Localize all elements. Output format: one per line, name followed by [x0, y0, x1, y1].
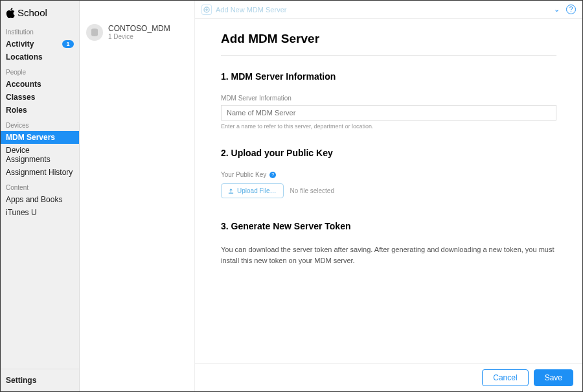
sidebar-spacer: [1, 219, 79, 369]
section-header-content: Content: [1, 179, 79, 193]
server-name-label: MDM Server Information: [221, 95, 556, 102]
sidebar-item-label: Locations: [6, 52, 43, 62]
brand-header: School: [1, 5, 79, 23]
badge-count: 1: [62, 40, 74, 48]
top-bar-left: Add New MDM Server: [201, 5, 286, 15]
sidebar-item-label: Activity: [6, 40, 34, 49]
upload-status: No file selected: [290, 187, 334, 194]
sidebar-item-accounts[interactable]: Accounts: [1, 78, 79, 91]
server-device-count: 1 Device: [108, 33, 170, 40]
brand-name: School: [17, 7, 47, 18]
sidebar-item-label: MDM Servers: [6, 133, 55, 142]
public-key-label: Your Public Key: [221, 171, 266, 178]
footer-bar: Cancel Save: [195, 363, 582, 391]
sidebar-item-activity[interactable]: Activity 1: [1, 38, 79, 51]
save-button[interactable]: Save: [534, 369, 573, 386]
step1-title: 1. MDM Server Information: [221, 71, 556, 82]
sidebar-item-label: iTunes U: [6, 208, 37, 217]
server-name-input[interactable]: [221, 105, 556, 121]
sidebar-item-label: Assignment History: [6, 168, 73, 177]
section-header-devices: Devices: [1, 117, 79, 131]
server-list-panel: CONTOSO_MDM 1 Device: [80, 1, 195, 391]
add-server-label[interactable]: Add New MDM Server: [216, 6, 286, 14]
sidebar-item-assignment-history[interactable]: Assignment History: [1, 166, 79, 179]
server-info: CONTOSO_MDM 1 Device: [108, 24, 170, 41]
server-disk-icon: [86, 24, 103, 41]
chevron-down-icon[interactable]: ⌄: [554, 5, 560, 14]
sidebar-item-classes[interactable]: Classes: [1, 91, 79, 104]
upload-btn-label: Upload File…: [237, 187, 277, 194]
sidebar-item-locations[interactable]: Locations: [1, 51, 79, 63]
server-name: CONTOSO_MDM: [108, 24, 170, 33]
form-content: Add MDM Server 1. MDM Server Information…: [195, 19, 582, 363]
public-key-label-row: Your Public Key ?: [221, 171, 556, 178]
info-icon[interactable]: ?: [269, 172, 276, 178]
section-header-people: People: [1, 63, 79, 78]
server-list-item[interactable]: CONTOSO_MDM 1 Device: [80, 20, 194, 45]
step3-description: You can download the server token after …: [221, 244, 556, 266]
upload-file-button[interactable]: Upload File…: [221, 183, 284, 198]
add-server-icon[interactable]: [201, 5, 212, 15]
sidebar-item-label: Roles: [6, 106, 27, 115]
sidebar-item-label: Device Assignments: [6, 146, 74, 164]
page-title: Add MDM Server: [221, 32, 556, 56]
sidebar-item-mdm-servers[interactable]: MDM Servers: [1, 131, 79, 144]
sidebar-item-roles[interactable]: Roles: [1, 104, 79, 117]
section-header-institution: Institution: [1, 23, 79, 38]
upload-row: Upload File… No file selected: [221, 183, 556, 198]
sidebar-item-settings[interactable]: Settings: [1, 369, 79, 391]
upload-icon: [228, 188, 234, 194]
step3-title: 3. Generate New Server Token: [221, 221, 556, 231]
cancel-button[interactable]: Cancel: [482, 369, 528, 386]
apple-logo-icon: [6, 8, 15, 18]
sidebar: School Institution Activity 1 Locations …: [1, 1, 80, 391]
sidebar-item-label: Accounts: [6, 80, 41, 89]
sidebar-item-label: Classes: [6, 93, 35, 102]
step2-title: 2. Upload your Public Key: [221, 148, 556, 158]
sidebar-item-itunes-u[interactable]: iTunes U: [1, 206, 79, 219]
main-panel: Add New MDM Server ⌄ ? Add MDM Server 1.…: [195, 1, 582, 391]
sidebar-item-device-assignments[interactable]: Device Assignments: [1, 144, 79, 166]
top-bar: Add New MDM Server ⌄ ?: [195, 1, 582, 19]
sidebar-item-label: Apps and Books: [6, 195, 62, 204]
help-icon[interactable]: ?: [566, 5, 576, 14]
server-name-hint: Enter a name to refer to this server, de…: [221, 123, 556, 130]
top-bar-right: ⌄ ?: [554, 5, 576, 14]
sidebar-item-apps-books[interactable]: Apps and Books: [1, 193, 79, 206]
